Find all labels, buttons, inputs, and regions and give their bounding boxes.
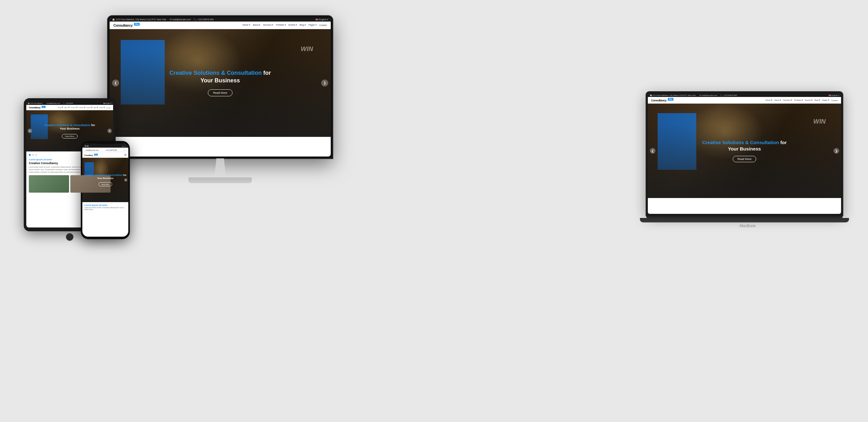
imac-stand xyxy=(108,158,333,183)
iphone-content: Lorem ipsum sit amet Lorem ipsum dolor s… xyxy=(82,202,128,213)
imac-base xyxy=(188,177,252,183)
macbook-label: MacBook xyxy=(646,224,849,228)
imac-nav-blog[interactable]: Blog xyxy=(300,24,306,26)
iphone-read-more-button[interactable]: Read More xyxy=(98,182,112,186)
iphone-hero: ❮ Creative Solutions & Consultation forY… xyxy=(82,158,128,202)
imac-logo-text: Consultancy xyxy=(114,24,133,27)
mb-nav-portfolio[interactable]: Portfolio xyxy=(794,99,803,101)
imac-screen: 🏠 1113 Your Address, City Name 1113 P.O.… xyxy=(108,16,333,158)
iphone-navbar: Consultancy Pro ☰ xyxy=(82,153,128,158)
macbook-screen: 🏠 1113 Your Address, City Name 1113 P.O.… xyxy=(646,92,843,215)
imac-screen-inner: 🏠 1113 Your Address, City Name 1113 P.O.… xyxy=(110,18,331,156)
iphone-body: 9:41 ●●● ▲ mail@domain.com +123 45678 90… xyxy=(81,141,130,239)
ipad-phone: 📞 +123 45678 xyxy=(63,103,73,104)
iphone-hero-title-colored: Creative Solutions & Consultation xyxy=(84,174,123,177)
mb-nav-events[interactable]: Events xyxy=(805,99,812,101)
ipad-home-button[interactable] xyxy=(66,233,73,241)
imac-read-more-button[interactable]: Read More xyxy=(208,89,233,96)
ipad-hero-title: Creative Solutions & Consultation forYou… xyxy=(44,124,95,131)
imac-hero-content: Creative Solutions & Consultation forYou… xyxy=(110,29,331,137)
mb-hero: WIN ❮ Creative Solutions & Consultation … xyxy=(648,103,841,198)
ipad-nav-home[interactable]: Home xyxy=(58,106,63,109)
imac-pro-badge: Pro xyxy=(134,23,140,26)
mb-navbar: Consultancy Pro Home About Services Port… xyxy=(648,97,841,103)
mb-nav-about[interactable]: About xyxy=(775,99,781,101)
ipad-nav-portfolio[interactable]: Portfolio xyxy=(79,106,86,109)
ipad-email: ✉ mail@domain.com xyxy=(46,103,60,104)
ipad-topbar: 🏠 1113 Your Address... ✉ mail@domain.com… xyxy=(26,102,113,105)
macbook-base xyxy=(640,218,849,222)
iphone-status-icons: ●●● ▲ xyxy=(122,145,126,147)
ipad-hero: ❮ Creative Solutions & Consultation forY… xyxy=(26,110,113,151)
macbook-hinge xyxy=(646,215,843,218)
ipad-nav-blog[interactable]: Blog xyxy=(94,106,98,109)
ipad-topbar-info: 🏠 1113 Your Address... ✉ mail@domain.com… xyxy=(28,103,73,104)
ipad-hero-title-colored: Creative Solutions & Consultation xyxy=(44,124,91,127)
mb-hero-title: Creative Solutions & Consultation forYou… xyxy=(702,140,787,152)
ipad-nav-events[interactable]: Events xyxy=(87,106,93,109)
mb-nav-blog[interactable]: Blog xyxy=(814,99,820,101)
iphone-refresh-icon[interactable]: ⟳ xyxy=(124,149,125,151)
imac-nav-pages[interactable]: Pages xyxy=(309,24,317,26)
imac-neck xyxy=(211,158,230,177)
ipad-nav-services[interactable]: Services xyxy=(71,106,78,109)
iphone-screen: 9:41 ●●● ▲ mail@domain.com +123 45678 90… xyxy=(82,144,128,237)
ipad-pro-badge: Pro xyxy=(41,106,45,108)
ipad-navbar: Consultancy Pro Home About Services Port… xyxy=(26,105,113,110)
mb-nav-pages[interactable]: Pages xyxy=(822,99,829,101)
ipad-logo: Consultancy Pro xyxy=(29,106,45,109)
ipad-nav-pages[interactable]: Pages xyxy=(99,106,105,109)
iphone-notch xyxy=(96,141,115,144)
ipad-nav-about[interactable]: About xyxy=(64,106,69,109)
imac-topbar-info: 🏠 1113 Your Address, City Name 1113 P.O.… xyxy=(112,19,214,21)
imac-address: 🏠 1113 Your Address, City Name 1113 P.O.… xyxy=(112,19,167,21)
iphone-device: 9:41 ●●● ▲ mail@domain.com +123 45678 90… xyxy=(81,141,130,239)
scene: 🏠 1113 Your Address, City Name 1113 P.O.… xyxy=(0,0,868,422)
iphone-hero-content: Creative Solutions & Consultation forYou… xyxy=(82,158,128,202)
imac-topbar: 🏠 1113 Your Address, City Name 1113 P.O.… xyxy=(110,18,331,22)
mb-hero-title-colored: Creative Solutions & Consultation xyxy=(702,140,779,145)
imac-device: 🏠 1113 Your Address, City Name 1113 P.O.… xyxy=(108,16,333,183)
ipad-dot-2 xyxy=(32,154,34,156)
ipad-dot-3 xyxy=(35,154,37,156)
imac-navbar: Consultancy Pro Home About Services Port… xyxy=(110,22,331,29)
mb-address: 🏠 1113 Your Address, City Name 1113 P.O.… xyxy=(650,94,696,96)
mb-pro-badge: Pro xyxy=(668,98,674,101)
imac-logo: Consultancy Pro xyxy=(114,23,140,27)
mb-language[interactable]: 🇬🇧 English ▾ xyxy=(829,94,839,96)
imac-hero: WIN ❮ Creative Solutions & Consultation … xyxy=(110,29,331,137)
iphone-section-body: Lorem ipsum dolor sit amet, consectetur … xyxy=(84,207,126,211)
macbook-device: 🏠 1113 Your Address, City Name 1113 P.O.… xyxy=(646,92,849,228)
imac-nav-home[interactable]: Home xyxy=(242,24,250,26)
iphone-hamburger-menu[interactable]: ☰ xyxy=(124,154,126,156)
ipad-dot-1 xyxy=(29,154,31,156)
iphone-logo-text: Consultancy xyxy=(84,154,93,156)
imac-email: ✉ mail@domain.com xyxy=(170,19,191,21)
imac-nav-about[interactable]: About xyxy=(253,24,260,26)
imac-nav-contact[interactable]: Contact xyxy=(319,24,327,26)
ipad-read-more-button[interactable]: Read More xyxy=(62,134,78,139)
imac-nav-events[interactable]: Events xyxy=(288,24,297,26)
imac-nav-services[interactable]: Services xyxy=(263,24,273,26)
mb-nav-home[interactable]: Home xyxy=(766,99,773,101)
mb-phone: 📞 +123 45678 900 xyxy=(720,94,737,96)
imac-nav-links: Home About Services Portfolio Events Blo… xyxy=(242,24,327,26)
iphone-hero-title: Creative Solutions & Consultation forYou… xyxy=(84,174,126,180)
ipad-hero-content: Creative Solutions & Consultation forYou… xyxy=(26,110,113,151)
mb-nav-contact[interactable]: Contact xyxy=(831,99,838,101)
ipad-address: 🏠 1113 Your Address... xyxy=(28,103,43,104)
mb-hero-content: Creative Solutions & Consultation forYou… xyxy=(648,103,841,198)
mb-nav-services[interactable]: Services xyxy=(783,99,792,101)
macbook-screen-inner: 🏠 1113 Your Address, City Name 1113 P.O.… xyxy=(648,93,841,214)
mb-read-more-button[interactable]: Read More xyxy=(733,156,756,162)
mb-nav-links: Home About Services Portfolio Events Blo… xyxy=(766,99,838,101)
ipad-nav-links: Home About Services Portfolio Events Blo… xyxy=(58,106,111,109)
imac-language[interactable]: 🇬🇧 English ▾ xyxy=(315,19,328,21)
iphone-section-subtitle: Lorem ipsum sit amet xyxy=(84,204,126,206)
iphone-logo: Consultancy Pro xyxy=(84,154,98,156)
mb-logo-text: Consultancy xyxy=(651,99,666,102)
imac-hero-title: Creative Solutions & Consultation forYou… xyxy=(169,69,271,84)
ipad-logo-text: Consultancy xyxy=(29,107,40,109)
imac-nav-portfolio[interactable]: Portfolio xyxy=(276,24,286,26)
mb-topbar: 🏠 1113 Your Address, City Name 1113 P.O.… xyxy=(648,93,841,97)
